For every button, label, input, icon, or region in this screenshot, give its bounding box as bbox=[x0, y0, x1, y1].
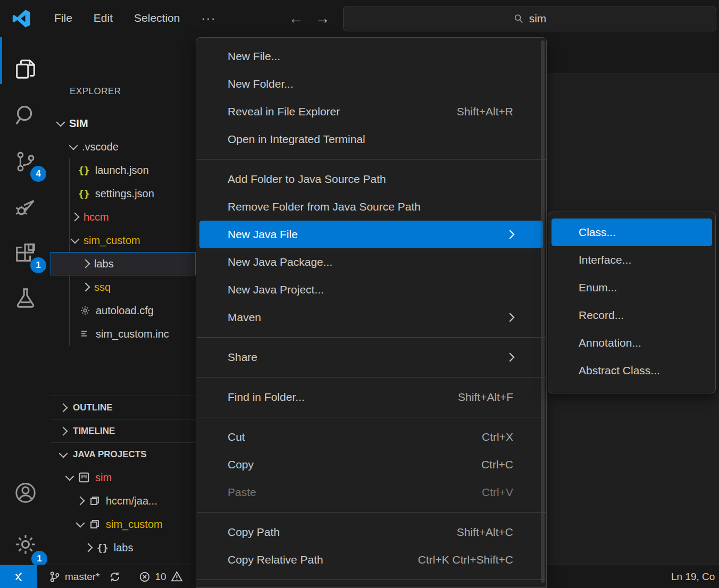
java-project-icon bbox=[78, 472, 90, 483]
tree-item-ssq[interactable]: ssq bbox=[51, 275, 196, 299]
menu-separator bbox=[197, 159, 546, 159]
shortcut-label: Ctrl+K Ctrl+Shift+C bbox=[418, 553, 513, 566]
source-control-badge: 4 bbox=[30, 166, 46, 182]
chevron-down-icon bbox=[65, 472, 74, 481]
menu-bar: File Edit Selection ··· bbox=[46, 9, 224, 29]
menu-item-new-file[interactable]: New File... bbox=[196, 43, 546, 70]
run-debug-view-icon[interactable] bbox=[0, 185, 51, 230]
tree-item-vscode[interactable]: .vscode bbox=[51, 135, 196, 158]
menu-item-copy-path[interactable]: Copy Path Shift+Alt+C bbox=[196, 518, 546, 546]
problems-status[interactable]: 10 bbox=[133, 565, 188, 588]
submenu-arrow-icon bbox=[506, 230, 515, 239]
branch-name: master* bbox=[65, 571, 99, 583]
chevron-right-icon bbox=[59, 426, 68, 435]
vscode-window: File Edit Selection ··· ← → sim bbox=[0, 0, 719, 588]
git-branch-icon bbox=[49, 571, 61, 583]
remote-icon bbox=[12, 570, 25, 583]
shortcut-label: Ctrl+V bbox=[482, 486, 513, 499]
title-bar: File Edit Selection ··· ← → sim bbox=[0, 0, 719, 37]
tree-item-sim-custom[interactable]: sim_custom bbox=[51, 229, 196, 252]
java-package-ssq[interactable]: {} ssq bbox=[51, 559, 196, 565]
chevron-right-icon bbox=[81, 283, 90, 292]
extensions-badge: 1 bbox=[30, 257, 46, 273]
shortcut-label: Shift+Alt+C bbox=[457, 526, 513, 539]
chevron-down-icon bbox=[76, 519, 85, 528]
section-timeline[interactable]: TIMELINE bbox=[51, 419, 196, 442]
menu-separator bbox=[197, 417, 546, 417]
sync-icon[interactable] bbox=[109, 571, 121, 583]
menu-separator bbox=[197, 579, 546, 580]
menu-item-maven[interactable]: Maven bbox=[196, 304, 546, 331]
menu-edit[interactable]: Edit bbox=[85, 9, 121, 29]
menu-item-share[interactable]: Share bbox=[196, 343, 546, 371]
menu-scrollbar[interactable] bbox=[541, 40, 545, 583]
submenu-item-class[interactable]: Class... bbox=[551, 219, 712, 246]
menu-item-find-in-folder[interactable]: Find in Folder... Shift+Alt+F bbox=[196, 383, 546, 411]
settings-gear-icon[interactable]: 1 bbox=[0, 522, 51, 567]
shortcut-label: Shift+Alt+F bbox=[458, 391, 513, 404]
menu-item-add-folder-to-java-source-path[interactable]: Add Folder to Java Source Path bbox=[196, 165, 546, 193]
submenu-item-record[interactable]: Record... bbox=[548, 301, 715, 329]
back-arrow-icon[interactable]: ← bbox=[288, 10, 303, 27]
menu-item-cut[interactable]: Cut Ctrl+X bbox=[196, 423, 546, 451]
menu-item-copy-relative-path[interactable]: Copy Relative Path Ctrl+K Ctrl+Shift+C bbox=[196, 546, 546, 574]
menu-more-icon[interactable]: ··· bbox=[193, 9, 224, 29]
package-folder-icon bbox=[89, 518, 101, 530]
menu-item-new-java-package[interactable]: New Java Package... bbox=[196, 248, 546, 276]
history-navigation: ← → bbox=[288, 10, 330, 27]
git-branch-status[interactable]: master* bbox=[44, 565, 126, 588]
chevron-right-icon bbox=[84, 543, 93, 552]
java-project-sim[interactable]: sim bbox=[51, 466, 196, 489]
explorer-view-icon[interactable] bbox=[0, 47, 51, 91]
submenu-item-abstract-class[interactable]: Abstract Class... bbox=[548, 357, 715, 384]
chevron-right-icon bbox=[71, 213, 80, 222]
chevron-down-icon bbox=[56, 118, 65, 127]
source-control-view-icon[interactable]: 4 bbox=[0, 139, 51, 184]
forward-arrow-icon[interactable]: → bbox=[315, 10, 330, 27]
remote-indicator[interactable] bbox=[0, 565, 37, 588]
tree-item-launch-json[interactable]: {} launch.json bbox=[51, 158, 196, 182]
context-menu: New File... New Folder... Reveal in File… bbox=[196, 37, 547, 588]
activity-bar: 4 1 bbox=[0, 37, 51, 565]
command-center-search[interactable]: sim bbox=[343, 6, 716, 31]
testing-view-icon[interactable] bbox=[0, 275, 51, 320]
tree-item-hccm[interactable]: hccm bbox=[51, 205, 196, 229]
menu-item-reveal-in-file-explorer[interactable]: Reveal in File Explorer Shift+Alt+R bbox=[196, 98, 546, 125]
section-java-projects[interactable]: JAVA PROJECTS bbox=[51, 442, 196, 466]
vscode-logo-icon bbox=[12, 9, 31, 28]
menu-item-new-java-file[interactable]: New Java File bbox=[199, 221, 543, 248]
cursor-position-status[interactable]: Ln 19, Co bbox=[671, 565, 715, 588]
java-package-hccm-jaa[interactable]: hccm/jaa... bbox=[51, 489, 196, 513]
gear-file-icon bbox=[80, 305, 90, 316]
sidebar-title: EXPLORER bbox=[70, 86, 121, 97]
tree-item-settings-json[interactable]: {} settings.json bbox=[51, 182, 196, 205]
tree-item-autoload-cfg[interactable]: autoload.cfg bbox=[51, 299, 196, 322]
warnings-icon bbox=[171, 570, 183, 583]
new-java-file-submenu: Class... Interface... Enum... Record... … bbox=[548, 212, 716, 393]
accounts-icon[interactable] bbox=[0, 471, 51, 515]
error-count: 10 bbox=[155, 571, 166, 583]
section-outline[interactable]: OUTLINE bbox=[51, 396, 196, 419]
search-view-icon[interactable] bbox=[0, 93, 51, 138]
shortcut-label: Ctrl+X bbox=[482, 431, 513, 443]
menu-item-new-java-project[interactable]: New Java Project... bbox=[196, 276, 546, 304]
menu-file[interactable]: File bbox=[46, 9, 81, 29]
java-package-sim-custom[interactable]: sim_custom bbox=[51, 513, 196, 536]
submenu-arrow-icon bbox=[506, 313, 515, 322]
chevron-down-icon bbox=[59, 449, 68, 458]
java-package-labs[interactable]: {} labs bbox=[51, 536, 196, 559]
errors-icon bbox=[139, 571, 151, 583]
submenu-item-annotation[interactable]: Annotation... bbox=[548, 329, 715, 357]
submenu-item-enum[interactable]: Enum... bbox=[548, 274, 715, 301]
tree-item-sim-root[interactable]: SIM bbox=[51, 112, 196, 135]
menu-item-remove-folder-from-java-source-path[interactable]: Remove Folder from Java Source Path bbox=[196, 193, 546, 221]
menu-item-copy[interactable]: Copy Ctrl+C bbox=[196, 451, 546, 478]
tree-item-labs-selected[interactable]: labs bbox=[51, 252, 196, 275]
menu-item-new-folder[interactable]: New Folder... bbox=[196, 70, 546, 98]
menu-separator bbox=[197, 377, 546, 377]
submenu-item-interface[interactable]: Interface... bbox=[548, 246, 715, 274]
menu-selection[interactable]: Selection bbox=[126, 9, 188, 29]
extensions-view-icon[interactable]: 1 bbox=[0, 231, 51, 275]
menu-item-open-in-integrated-terminal[interactable]: Open in Integrated Terminal bbox=[196, 125, 546, 153]
tree-item-sim-custom-inc[interactable]: sim_custom.inc bbox=[51, 322, 196, 346]
